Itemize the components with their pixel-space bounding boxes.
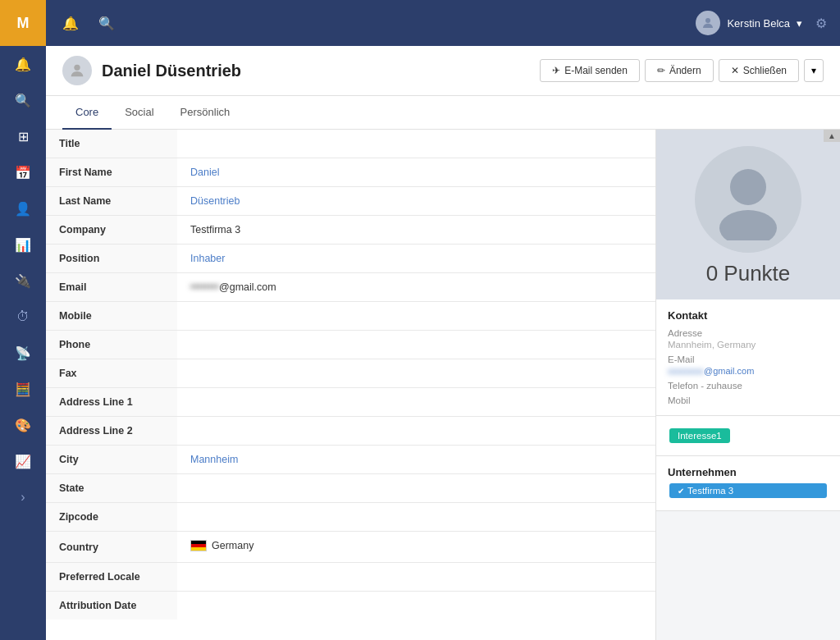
record-header: Daniel Düsentrieb ✈ E-Mail senden ✏ Ände… — [46, 46, 840, 96]
field-value[interactable]: Düsentrieb — [177, 187, 655, 216]
sidebar-item-dashboard[interactable]: ⊞ — [0, 118, 46, 154]
sidebar-item-reports[interactable]: 📊 — [0, 226, 46, 263]
field-value: ••••••••@gmail.com — [177, 273, 655, 302]
table-row: Phone — [46, 331, 655, 359]
table-row: PositionInhaber — [46, 245, 655, 273]
table-row: Country Germany — [46, 532, 655, 563]
sidebar-item-expand[interactable]: › — [0, 479, 46, 515]
scroll-up-button[interactable]: ▲ — [824, 130, 840, 142]
field-label: Attribution Date — [46, 592, 177, 620]
app-logo[interactable]: M — [0, 0, 46, 46]
profile-photo-area: ▲ 0 Punkte — [656, 130, 840, 299]
detail-form: TitleFirst NameDanielLast NameDüsentrieb… — [46, 130, 655, 640]
table-row: Address Line 2 — [46, 417, 655, 446]
more-actions-button[interactable]: ▾ — [804, 59, 824, 82]
table-row: Address Line 1 — [46, 388, 655, 417]
user-dropdown-icon: ▾ — [797, 17, 802, 30]
unternehmen-section: Unternehmen Testfirma 3 — [656, 456, 840, 511]
tags-section: Interesse1 — [656, 416, 840, 456]
sidebar-item-analytics[interactable]: 📈 — [0, 443, 46, 479]
field-value — [177, 563, 655, 592]
field-value — [177, 331, 655, 359]
sidebar-item-theme[interactable]: 🎨 — [0, 407, 46, 443]
interesse-tag[interactable]: Interesse1 — [669, 428, 730, 443]
send-icon: ✈ — [552, 65, 560, 76]
field-label: Country — [46, 532, 177, 563]
field-label: Zipcode — [46, 503, 177, 532]
main-layout: TitleFirst NameDanielLast NameDüsentrieb… — [46, 130, 840, 640]
table-row: Attribution Date — [46, 592, 655, 620]
edit-icon: ✏ — [657, 65, 665, 76]
notification-bell-icon[interactable]: 🔔 — [59, 12, 82, 34]
table-row: Title — [46, 130, 655, 158]
sidebar-icon-search[interactable]: 🔍 — [0, 82, 46, 118]
table-row: CompanyTestfirma 3 — [46, 216, 655, 245]
field-value: Testfirma 3 — [177, 216, 655, 245]
kontakt-title: Kontakt — [668, 309, 829, 322]
settings-gear-icon[interactable]: ⚙ — [815, 16, 827, 31]
telefon-label: Telefon - zuhause — [668, 381, 829, 391]
table-row: Zipcode — [46, 503, 655, 532]
table-row: Fax — [46, 359, 655, 388]
field-value — [177, 592, 655, 620]
sidebar-item-calendar[interactable]: 📅 — [0, 154, 46, 190]
field-value — [177, 417, 655, 446]
tab-personal[interactable]: Persönlich — [167, 96, 244, 130]
field-value — [177, 503, 655, 532]
field-label: Fax — [46, 359, 177, 388]
user-menu[interactable]: Kerstin Belca ▾ — [696, 11, 802, 35]
table-row: Mobile — [46, 302, 655, 331]
field-value — [177, 302, 655, 331]
field-label: Phone — [46, 331, 177, 359]
search-icon[interactable]: 🔍 — [95, 12, 118, 34]
unternehmen-title: Unternehmen — [668, 466, 829, 478]
big-avatar — [695, 146, 801, 253]
right-panel: ▲ 0 Punkte Kontakt Adresse Mannheim, Ger… — [655, 130, 840, 640]
sidebar-item-feeds[interactable]: 📡 — [0, 335, 46, 371]
field-label: Position — [46, 245, 177, 273]
email-value: xxxxxxxx@gmail.com — [668, 366, 829, 376]
svg-point-2 — [730, 169, 766, 205]
sidebar-icon-bell[interactable]: 🔔 — [0, 46, 46, 82]
content-area: Daniel Düsentrieb ✈ E-Mail senden ✏ Ände… — [46, 46, 840, 640]
germany-flag-icon — [190, 540, 207, 551]
user-name: Kerstin Belca — [727, 17, 790, 30]
tab-social[interactable]: Social — [112, 96, 167, 130]
adresse-value: Mannheim, Germany — [668, 340, 829, 350]
sidebar-item-contacts[interactable]: 👤 — [0, 190, 46, 226]
svg-point-3 — [719, 210, 777, 240]
table-row: Last NameDüsentrieb — [46, 187, 655, 216]
field-label: Company — [46, 216, 177, 245]
field-label: Preferred Locale — [46, 563, 177, 592]
sidebar-item-integrations[interactable]: 🔌 — [0, 263, 46, 299]
field-value[interactable]: Inhaber — [177, 245, 655, 273]
field-value[interactable]: Daniel — [177, 158, 655, 187]
table-row: Preferred Locale — [46, 563, 655, 592]
field-value — [177, 130, 655, 158]
close-button[interactable]: ✕ Schließen — [719, 59, 799, 82]
tabs-bar: Core Social Persönlich — [46, 96, 840, 130]
field-label: City — [46, 446, 177, 474]
edit-button[interactable]: ✏ Ändern — [645, 59, 714, 82]
field-label: Address Line 2 — [46, 417, 177, 446]
sidebar: M 🔔 🔍 ⊞ 📅 👤 📊 🔌 ⏱ 📡 🧮 🎨 📈 › — [0, 0, 46, 640]
points-display: 0 Punkte — [706, 261, 791, 286]
field-label: Title — [46, 130, 177, 158]
table-row: Email••••••••@gmail.com — [46, 273, 655, 302]
field-value — [177, 388, 655, 417]
email-send-button[interactable]: ✈ E-Mail senden — [540, 59, 640, 82]
table-row: CityMannheim — [46, 446, 655, 474]
sidebar-item-timer[interactable]: ⏱ — [0, 299, 46, 335]
field-value — [177, 359, 655, 388]
field-value[interactable]: Mannheim — [177, 446, 655, 474]
unternehmen-tag-label: Testfirma 3 — [687, 486, 733, 496]
unternehmen-tag[interactable]: Testfirma 3 — [669, 483, 827, 498]
svg-point-0 — [705, 18, 710, 23]
table-row: State — [46, 474, 655, 503]
tab-core[interactable]: Core — [62, 96, 112, 130]
field-label: Mobile — [46, 302, 177, 331]
sidebar-item-calc[interactable]: 🧮 — [0, 371, 46, 407]
main-container: 🔔 🔍 Kerstin Belca ▾ ⚙ Daniel Düsentrieb … — [46, 0, 840, 640]
field-value — [177, 474, 655, 503]
record-avatar — [62, 56, 92, 85]
